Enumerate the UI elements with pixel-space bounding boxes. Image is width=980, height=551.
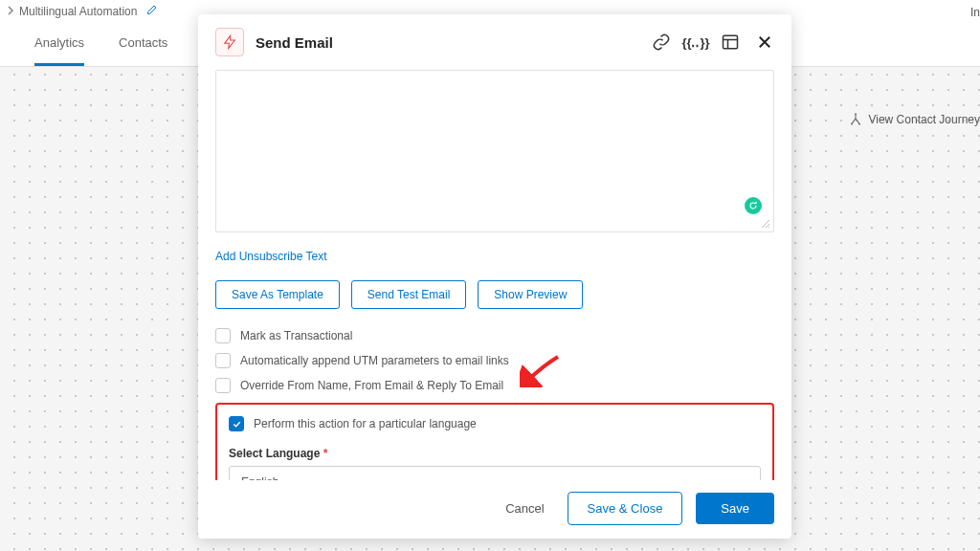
check-utm[interactable]: Automatically append UTM parameters to e… <box>215 353 774 368</box>
add-unsubscribe-text-link[interactable]: Add Unsubscribe Text <box>215 250 774 263</box>
template-icon[interactable] <box>721 33 740 52</box>
resize-handle-icon[interactable] <box>761 219 770 229</box>
grammarly-icon <box>745 197 762 214</box>
check-label: Perform this action for a particular lan… <box>254 417 477 430</box>
modal-header-actions: {{‥}} <box>652 33 774 52</box>
show-preview-button[interactable]: Show Preview <box>478 280 583 309</box>
check-transactional[interactable]: Mark as Transactional <box>215 328 774 343</box>
merge-tags-icon[interactable]: {{‥}} <box>686 33 705 52</box>
check-label: Override From Name, From Email & Reply T… <box>240 379 503 392</box>
save-close-button[interactable]: Save & Close <box>568 492 683 525</box>
journey-icon <box>849 113 862 126</box>
pencil-icon[interactable] <box>146 4 158 18</box>
link-icon[interactable] <box>652 33 671 52</box>
save-as-template-button[interactable]: Save As Template <box>215 280 340 309</box>
view-contact-journey[interactable]: View Contact Journey <box>849 113 980 126</box>
action-button-row: Save As Template Send Test Email Show Pr… <box>215 280 774 309</box>
tab-contacts[interactable]: Contacts <box>119 35 167 66</box>
cancel-button[interactable]: Cancel <box>496 494 553 523</box>
svg-point-1 <box>852 123 854 125</box>
modal-footer: Cancel Save & Close Save <box>198 480 791 539</box>
svg-rect-3 <box>724 35 738 48</box>
check-label: Automatically append UTM parameters to e… <box>240 354 509 367</box>
checkbox-group: Mark as Transactional Automatically appe… <box>215 328 774 480</box>
check-perform-language[interactable]: Perform this action for a particular lan… <box>229 416 761 431</box>
close-icon[interactable] <box>755 33 774 52</box>
save-button[interactable]: Save <box>696 493 774 524</box>
chevron-right-icon <box>6 5 15 18</box>
send-email-modal: Send Email {{‥}} Add Unsubscribe Text Sa… <box>198 14 791 539</box>
select-language-label: Select Language * <box>229 447 761 460</box>
svg-point-2 <box>859 123 861 125</box>
modal-header: Send Email {{‥}} <box>198 14 791 70</box>
svg-point-0 <box>856 113 858 115</box>
breadcrumb-title: Multilingual Automation <box>19 5 137 18</box>
checkbox-icon[interactable] <box>215 328 231 343</box>
language-select[interactable]: English <box>229 466 761 480</box>
send-test-email-button[interactable]: Send Test Email <box>351 280 467 309</box>
highlighted-section: Perform this action for a particular lan… <box>215 403 774 480</box>
email-body-textarea[interactable] <box>215 70 774 232</box>
checkbox-icon[interactable] <box>215 378 231 393</box>
check-override[interactable]: Override From Name, From Email & Reply T… <box>215 378 774 393</box>
bolt-icon <box>215 28 244 56</box>
check-label: Mark as Transactional <box>240 329 352 342</box>
top-right-text: In <box>970 6 980 19</box>
modal-title: Send Email <box>256 34 640 51</box>
checkbox-icon[interactable] <box>229 416 244 431</box>
modal-body: Add Unsubscribe Text Save As Template Se… <box>198 70 791 480</box>
view-journey-label: View Contact Journey <box>868 113 980 126</box>
checkbox-icon[interactable] <box>215 353 231 368</box>
tab-analytics[interactable]: Analytics <box>34 35 84 66</box>
